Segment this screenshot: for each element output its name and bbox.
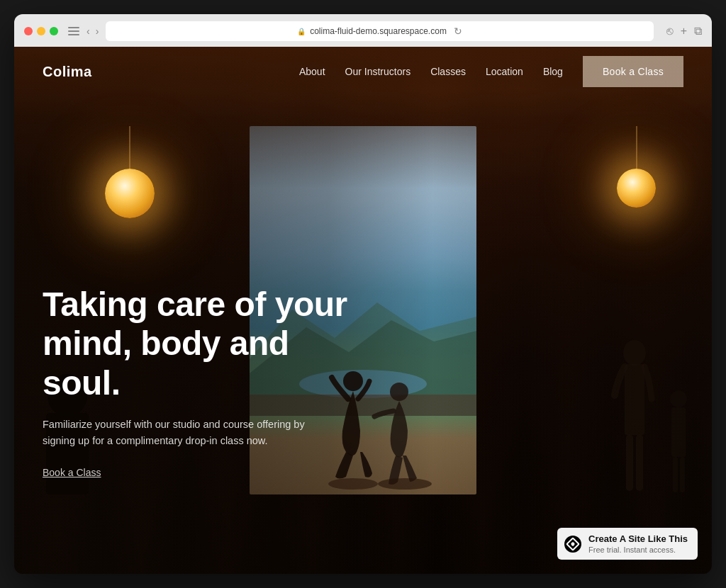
browser-chrome: ‹ › 🔒 colima-fluid-demo.squarespace.com … <box>14 14 712 47</box>
nav-classes[interactable]: Classes <box>430 66 466 77</box>
svg-rect-13 <box>626 434 633 491</box>
pendant-cord-left <box>129 126 130 169</box>
nav-instructors[interactable]: Our Instructors <box>345 66 411 77</box>
pendant-light-right <box>617 126 656 208</box>
figure-far-right <box>659 381 698 494</box>
svg-point-11 <box>623 340 646 366</box>
nav-blog[interactable]: Blog <box>543 66 563 77</box>
browser-controls: ‹ › <box>68 26 99 37</box>
website-content: Colima About Our Instructors Classes Loc… <box>14 47 712 574</box>
sq-badge-text: Create A Site Like This Free trial. Inst… <box>588 533 688 554</box>
svg-rect-18 <box>680 457 685 492</box>
browser-actions: ⎋ + ⧉ <box>666 25 702 38</box>
site-logo[interactable]: Colima <box>43 64 92 80</box>
lock-icon: 🔒 <box>297 28 306 35</box>
pendant-cord-right <box>636 126 637 169</box>
svg-rect-17 <box>673 457 678 492</box>
svg-rect-12 <box>625 364 644 435</box>
browser-window: ‹ › 🔒 colima-fluid-demo.squarespace.com … <box>14 14 712 574</box>
nav-location[interactable]: Location <box>486 66 523 77</box>
tabs-icon[interactable]: ⧉ <box>694 25 702 38</box>
hero-subtitle: Familiarize yourself with our studio and… <box>43 417 312 449</box>
minimize-button[interactable] <box>37 27 45 35</box>
maximize-button[interactable] <box>50 27 58 35</box>
traffic-lights <box>24 27 58 35</box>
address-bar[interactable]: 🔒 colima-fluid-demo.squarespace.com ↻ <box>106 21 653 41</box>
svg-rect-16 <box>671 407 686 457</box>
navbar: Colima About Our Instructors Classes Loc… <box>14 47 712 96</box>
svg-point-10 <box>378 478 432 490</box>
close-button[interactable] <box>24 27 33 35</box>
squarespace-logo-dot <box>571 541 576 546</box>
squarespace-logo-icon <box>564 536 581 553</box>
svg-point-8 <box>390 383 408 401</box>
hero-title: Taking care of your mind, body and soul. <box>43 285 369 402</box>
pendant-globe-left <box>105 169 155 218</box>
hero-content: Taking care of your mind, body and soul.… <box>43 285 369 479</box>
nav-links: About Our Instructors Classes Location B… <box>299 56 683 87</box>
squarespace-badge[interactable]: Create A Site Like This Free trial. Inst… <box>557 528 698 560</box>
book-class-button[interactable]: Book a Class <box>583 56 683 87</box>
svg-point-9 <box>328 478 378 490</box>
reload-button[interactable]: ↻ <box>454 26 462 37</box>
share-icon[interactable]: ⎋ <box>666 25 674 38</box>
svg-point-15 <box>670 390 687 407</box>
new-tab-icon[interactable]: + <box>681 25 687 38</box>
back-button[interactable]: ‹ <box>86 26 90 37</box>
sq-badge-sub: Free trial. Instant access. <box>588 545 688 554</box>
sq-badge-main: Create A Site Like This <box>588 533 688 545</box>
squarespace-logo-shape <box>566 537 580 551</box>
pendant-light-left <box>105 126 155 218</box>
sidebar-toggle-icon[interactable] <box>68 27 79 35</box>
pendant-globe-right <box>617 169 656 208</box>
svg-rect-14 <box>636 434 643 491</box>
nav-about[interactable]: About <box>299 66 325 77</box>
forward-button[interactable]: › <box>96 26 99 37</box>
url-text: colima-fluid-demo.squarespace.com <box>310 26 447 36</box>
figure-back-right <box>606 324 663 494</box>
hero-cta-link[interactable]: Book a Class <box>43 467 101 478</box>
